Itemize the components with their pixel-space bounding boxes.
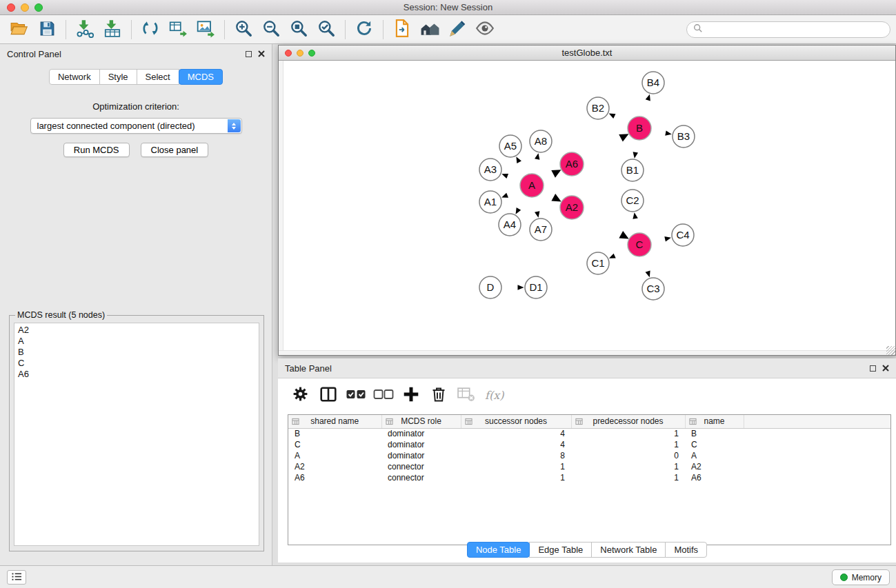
table-header-row: shared nameMCDS rolesuccessor nodesprede…: [288, 415, 890, 428]
network-window-titlebar[interactable]: testGlobe.txt: [279, 45, 895, 61]
network-window-close-button[interactable]: [285, 50, 292, 57]
tab-style[interactable]: Style: [99, 69, 137, 85]
titlebar[interactable]: Session: New Session: [0, 0, 896, 15]
tab-network[interactable]: Network: [49, 69, 100, 85]
vertical-scrollbar[interactable]: [279, 61, 283, 355]
run-mcds-button[interactable]: Run MCDS: [63, 143, 130, 157]
export-image-button[interactable]: [192, 17, 219, 42]
settings-gear-button[interactable]: [288, 382, 313, 408]
node-label-A3: A3: [484, 163, 497, 175]
edge-B-B3[interactable]: [650, 130, 666, 133]
table-row[interactable]: Adominator80A: [288, 450, 890, 461]
float-panel-icon[interactable]: [246, 51, 252, 57]
edge-A-A3[interactable]: [508, 176, 521, 181]
edge-C-C3[interactable]: [643, 256, 648, 272]
import-network-button[interactable]: [71, 17, 99, 42]
network-graph: B4B2BB3A5A8A6B1A3AC2A1A2A4A7C4CC1C3DD1: [279, 61, 895, 355]
column-header-label: shared name: [310, 416, 359, 426]
save-button[interactable]: [33, 17, 61, 42]
zoom-in-button[interactable]: [230, 17, 257, 42]
resize-grip[interactable]: [886, 346, 895, 355]
zoom-out-button[interactable]: [257, 17, 285, 42]
network-window-minimize-button[interactable]: [297, 50, 303, 57]
optimization-criterion-select[interactable]: largest connected component (directed): [30, 118, 242, 134]
select-all-button[interactable]: [343, 382, 368, 408]
result-list-item[interactable]: A2: [18, 325, 255, 336]
table-row[interactable]: A2connector11A2: [288, 461, 890, 472]
node-label-A2: A2: [566, 201, 578, 213]
clear-table-button: [453, 382, 479, 408]
edge-C-C1[interactable]: [615, 250, 629, 256]
memory-button[interactable]: Memory: [832, 569, 890, 585]
horizontal-scrollbar[interactable]: [279, 350, 895, 355]
node-label-C1: C1: [591, 257, 604, 269]
delete-row-button[interactable]: [426, 382, 451, 408]
edge-A-A6[interactable]: [542, 174, 554, 180]
network-window-zoom-button[interactable]: [308, 50, 315, 57]
search-box[interactable]: [686, 21, 890, 38]
edge-C-C4[interactable]: [650, 239, 665, 243]
result-list-item[interactable]: A6: [18, 369, 255, 380]
close-panel-button[interactable]: Close panel: [141, 143, 209, 157]
table-row[interactable]: A6connector11A6: [288, 472, 890, 483]
table-cell: A2: [288, 461, 381, 472]
edge-C-C2[interactable]: [635, 219, 637, 234]
float-table-panel-icon[interactable]: [870, 365, 876, 372]
tab-select[interactable]: Select: [137, 69, 179, 85]
search-input[interactable]: [706, 25, 884, 34]
add-row-button[interactable]: [398, 382, 424, 408]
column-grid-icon: [465, 418, 472, 427]
mcds-result-list[interactable]: A2ABCA6: [14, 323, 259, 546]
zoom-fit-button[interactable]: [285, 17, 312, 42]
tab-motifs[interactable]: Motifs: [665, 542, 707, 558]
show-panels-button[interactable]: [7, 570, 26, 585]
deselect-all-button[interactable]: [370, 382, 396, 408]
column-header-name[interactable]: name: [685, 415, 744, 428]
show-eye-button[interactable]: [471, 17, 499, 42]
export-network-button[interactable]: [137, 17, 164, 42]
control-panel-header: Control Panel: [0, 44, 272, 63]
tab-network-table[interactable]: Network Table: [591, 542, 666, 558]
tab-edge-table[interactable]: Edge Table: [529, 542, 592, 558]
result-list-item[interactable]: C: [18, 358, 255, 369]
column-header-shared-name[interactable]: shared name: [288, 415, 381, 428]
style-brush-button[interactable]: [444, 17, 471, 42]
table-row[interactable]: Bdominator41B: [288, 428, 890, 439]
zoom-in-icon: [234, 19, 253, 40]
result-list-item[interactable]: A: [18, 336, 255, 347]
open-folder-button[interactable]: [6, 17, 33, 42]
table-cell: connector: [381, 461, 461, 472]
columns-button[interactable]: [315, 382, 341, 408]
edge-B-B4[interactable]: [643, 100, 648, 117]
edge-A-A8[interactable]: [534, 159, 537, 174]
edge-A-A2[interactable]: [541, 191, 553, 197]
network-view-window: testGlobe.txt B4B2BB3A5A8A6B1A3AC2A1A2A4…: [278, 45, 896, 356]
tab-node-table[interactable]: Node Table: [467, 542, 530, 558]
edge-A2-C[interactable]: [581, 213, 621, 234]
edge-B-B2[interactable]: [615, 116, 629, 123]
node-label-C4: C4: [676, 229, 689, 241]
network-canvas[interactable]: B4B2BB3A5A8A6B1A3AC2A1A2A4A7C4CC1C3DD1: [279, 61, 895, 355]
session-file-button[interactable]: [388, 17, 416, 42]
table-row[interactable]: Cdominator41C: [288, 439, 890, 450]
zoom-selected-button[interactable]: [312, 17, 340, 42]
import-table-button[interactable]: [99, 17, 126, 42]
column-header-MCDS-role[interactable]: MCDS role: [381, 415, 461, 428]
tab-mcds[interactable]: MCDS: [179, 69, 223, 85]
table-cell: B: [685, 428, 744, 439]
refresh-button[interactable]: [350, 17, 378, 42]
edge-A-A1[interactable]: [508, 190, 521, 195]
edge-A6-B[interactable]: [582, 138, 621, 159]
column-header-label: successor nodes: [485, 416, 547, 426]
edge-A-A7[interactable]: [534, 196, 537, 212]
column-header-successor-nodes[interactable]: successor nodes: [461, 415, 571, 428]
result-list-item[interactable]: B: [18, 347, 255, 358]
export-table-button[interactable]: [164, 17, 192, 42]
column-header-predecessor-nodes[interactable]: predecessor nodes: [571, 415, 685, 428]
edge-A-A5[interactable]: [519, 162, 526, 175]
close-panel-icon[interactable]: [258, 50, 265, 57]
edge-B-B1[interactable]: [635, 139, 637, 152]
close-table-panel-icon[interactable]: [882, 365, 889, 372]
home-button[interactable]: [416, 17, 444, 42]
edge-A-A4[interactable]: [519, 195, 526, 209]
